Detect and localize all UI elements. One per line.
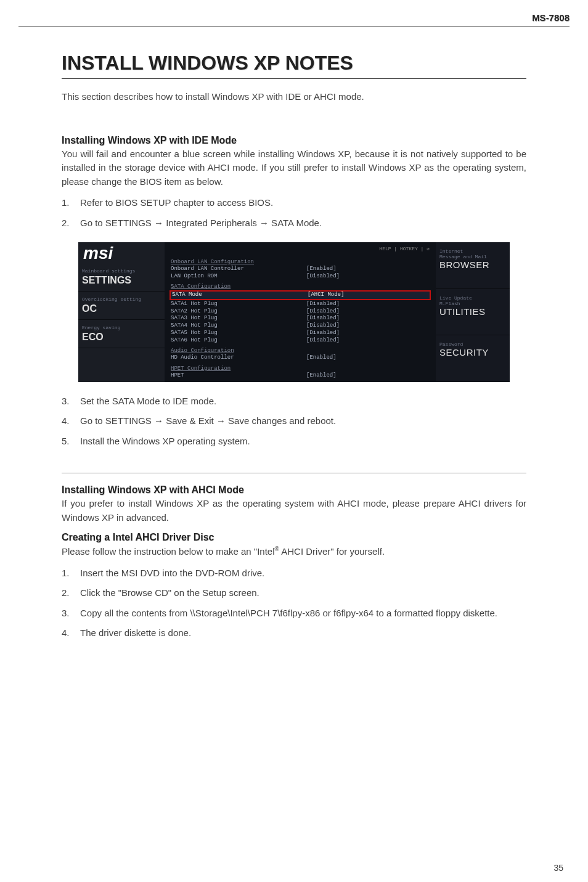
bios-row-sata-mode: SATA Mode[AHCI Mode] (169, 290, 431, 300)
bios-nav-oc: Overclocking setting OC (78, 292, 165, 320)
bios-nav-browser: Internet Message and Mail BROWSER (436, 242, 510, 289)
bios-section-hpet: HPET Configuration (171, 365, 430, 372)
ahci-driver-title: Creating a Intel AHCI Driver Disc (62, 532, 526, 543)
bios-row: SATA3 Hot Plug[Disabled] (171, 315, 430, 322)
bios-row: SATA4 Hot Plug[Disabled] (171, 322, 430, 330)
ahci-step-3: Copy all the contents from \\Storage\Int… (80, 608, 497, 618)
ahci-step-4: The driver diskette is done. (80, 627, 191, 638)
bios-section-audio: Audio Configuration (171, 348, 430, 354)
bios-row: SATA6 Hot Plug[Disabled] (171, 337, 430, 345)
bios-row: SATA2 Hot Plug[Disabled] (171, 308, 430, 316)
ide-step-2: Go to SETTINGS → Integrated Peripherals … (80, 218, 322, 228)
ahci-step-1: Insert the MSI DVD into the DVD-ROM driv… (80, 568, 264, 578)
ahci-section-body: If you prefer to install Windows XP as t… (62, 497, 526, 525)
ide-steps-before: 1.Refer to BIOS SETUP chapter to access … (62, 196, 526, 230)
ide-section-title: Installing Windows XP with IDE Mode (62, 135, 526, 146)
bios-row: SATA5 Hot Plug[Disabled] (171, 330, 430, 337)
title-rule (62, 78, 526, 79)
ide-section-body: You will fail and encounter a blue scree… (62, 147, 526, 189)
bios-row: HD Audio Controller[Enabled] (171, 354, 430, 362)
bios-nav-utilities: Live Update M-Flash UTILITIES (436, 289, 510, 336)
bios-nav-eco: Energy saving ECO (78, 320, 165, 348)
registered-mark: ® (275, 545, 279, 552)
bios-row: HPET[Enabled] (171, 372, 430, 380)
bios-row: SATA1 Hot Plug[Disabled] (171, 301, 430, 308)
header-rule (18, 27, 570, 27)
main-title: INSTALL WINDOWS XP NOTES (62, 52, 526, 75)
bios-center: HELP | HOTKEY | ↺ Onboard LAN Configurat… (165, 242, 436, 382)
ahci-driver-body: Please follow the instruction below to m… (62, 544, 526, 559)
ide-step-1: Refer to BIOS SETUP chapter to access BI… (80, 197, 273, 208)
ide-step-4: Go to SETTINGS → Save & Exit → Save chan… (80, 415, 336, 426)
ide-steps-after: 3.Set the SATA Mode to IDE mode. 4.Go to… (62, 394, 526, 449)
ahci-steps: 1.Insert the MSI DVD into the DVD-ROM dr… (62, 566, 526, 640)
bios-nav-settings: Mainboard settings SETTINGS (78, 263, 165, 292)
intro-text: This section describes how to install Wi… (62, 90, 526, 104)
bios-row: Onboard LAN Controller[Enabled] (171, 266, 430, 273)
bios-row: LAN Option ROM[Disabled] (171, 273, 430, 280)
ahci-section-title: Installing Windows XP with AHCI Mode (62, 484, 526, 496)
ide-step-5: Install the Windows XP operating system. (80, 436, 250, 446)
bios-screenshot: msi Mainboard settings SETTINGS Overcloc… (78, 242, 510, 382)
header-model: MS-7808 (18, 12, 570, 25)
bios-section-sata: SATA Configuration (171, 284, 430, 290)
section-rule (62, 473, 526, 473)
bios-top-hints: HELP | HOTKEY | ↺ (171, 245, 430, 255)
bios-right-nav: Internet Message and Mail BROWSER Live U… (436, 242, 510, 382)
ahci-step-2: Click the "Browse CD" on the Setup scree… (80, 587, 259, 598)
msi-logo: msi (78, 242, 165, 263)
page-number: 35 (553, 863, 563, 873)
ide-step-3: Set the SATA Mode to IDE mode. (80, 396, 216, 406)
bios-section-lan: Onboard LAN Configuration (171, 259, 430, 265)
bios-left-nav: msi Mainboard settings SETTINGS Overcloc… (78, 242, 165, 382)
bios-nav-security: Password SECURITY (436, 335, 510, 382)
